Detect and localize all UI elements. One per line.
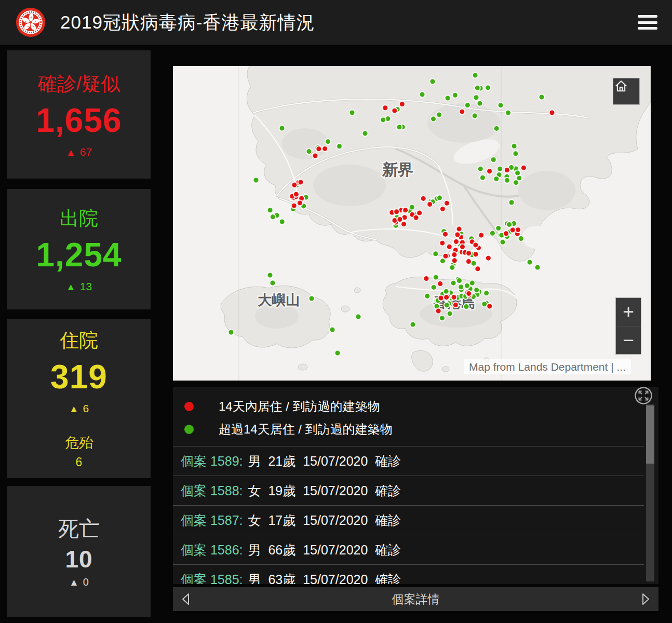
case-marker-recent[interactable] (473, 242, 478, 248)
case-marker-older[interactable] (356, 314, 361, 320)
home-icon[interactable] (613, 78, 640, 105)
case-marker-recent[interactable] (456, 226, 462, 232)
case-marker-recent[interactable] (447, 244, 452, 250)
case-marker-recent[interactable] (401, 221, 407, 227)
case-marker-older[interactable] (431, 285, 437, 290)
case-marker-older[interactable] (469, 280, 475, 286)
case-marker-recent[interactable] (504, 167, 510, 173)
case-marker-older[interactable] (474, 94, 479, 100)
case-marker-recent[interactable] (459, 109, 465, 115)
case-marker-older[interactable] (512, 143, 517, 149)
case-marker-recent[interactable] (427, 201, 433, 207)
case-marker-recent[interactable] (394, 209, 399, 214)
case-marker-older[interactable] (410, 322, 416, 328)
case-marker-older[interactable] (409, 204, 415, 210)
case-marker-older[interactable] (465, 102, 471, 108)
case-marker-recent[interactable] (503, 231, 509, 236)
case-marker-recent[interactable] (413, 215, 419, 221)
case-marker-recent[interactable] (297, 200, 303, 206)
hamburger-menu-icon[interactable] (638, 14, 658, 31)
case-marker-older[interactable] (330, 327, 335, 333)
case-marker-recent[interactable] (438, 295, 444, 301)
case-marker-older[interactable] (309, 296, 315, 302)
case-marker-older[interactable] (270, 214, 276, 220)
case-marker-recent[interactable] (440, 206, 446, 212)
case-marker-older[interactable] (335, 350, 341, 356)
case-marker-recent[interactable] (443, 253, 449, 259)
case-marker-older[interactable] (504, 178, 510, 183)
case-marker-older[interactable] (472, 113, 478, 119)
case-marker-older[interactable] (498, 102, 504, 108)
case-marker-older[interactable] (433, 251, 438, 256)
case-list-item[interactable]: 個案 1589:男 21歲 15/07/2020 確診 (173, 446, 644, 476)
case-marker-older[interactable] (477, 101, 482, 106)
case-marker-recent[interactable] (442, 232, 448, 237)
case-marker-older[interactable] (430, 79, 436, 85)
case-marker-older[interactable] (437, 195, 442, 201)
case-marker-older[interactable] (480, 175, 486, 181)
case-marker-recent[interactable] (402, 207, 408, 213)
case-marker-older[interactable] (431, 116, 436, 121)
case-marker-recent[interactable] (475, 266, 480, 272)
case-marker-recent[interactable] (392, 108, 397, 114)
case-marker-recent[interactable] (460, 244, 465, 250)
case-marker-older[interactable] (267, 273, 273, 278)
case-marker-older[interactable] (436, 112, 442, 118)
case-marker-recent[interactable] (549, 110, 555, 116)
case-marker-recent[interactable] (291, 203, 297, 209)
case-marker-older[interactable] (483, 290, 489, 296)
case-list-item[interactable]: 個案 1585:男 63歲 15/07/2020 確診 (173, 564, 644, 584)
case-marker-older[interactable] (493, 176, 499, 182)
case-marker-older[interactable] (424, 293, 430, 299)
case-marker-recent[interactable] (453, 239, 459, 245)
chevron-left-icon[interactable] (173, 592, 199, 606)
case-marker-older[interactable] (337, 143, 342, 149)
case-marker-older[interactable] (433, 275, 439, 280)
case-marker-older[interactable] (451, 280, 456, 286)
case-marker-older[interactable] (420, 92, 425, 98)
case-list-item[interactable]: 個案 1586:男 66歲 15/07/2020 確診 (173, 535, 644, 564)
case-marker-older[interactable] (539, 94, 545, 100)
case-marker-older[interactable] (500, 239, 505, 245)
case-marker-recent[interactable] (436, 308, 441, 314)
case-marker-recent[interactable] (439, 240, 445, 246)
case-marker-older[interactable] (452, 92, 458, 98)
chevron-right-icon[interactable] (633, 592, 658, 606)
case-marker-older[interactable] (267, 207, 273, 213)
case-marker-recent[interactable] (437, 281, 443, 287)
case-marker-older[interactable] (474, 287, 479, 293)
case-marker-recent[interactable] (298, 179, 304, 185)
case-marker-recent[interactable] (486, 255, 491, 261)
case-marker-older[interactable] (527, 260, 533, 265)
case-marker-recent[interactable] (452, 258, 458, 263)
scrollbar-thumb[interactable] (646, 405, 654, 464)
case-marker-older[interactable] (473, 73, 478, 78)
case-marker-recent[interactable] (466, 250, 472, 256)
case-marker-older[interactable] (350, 110, 355, 116)
case-marker-older[interactable] (306, 148, 312, 154)
case-marker-recent[interactable] (473, 251, 479, 257)
case-marker-recent[interactable] (521, 165, 527, 171)
expand-arrows-icon[interactable] (634, 387, 653, 405)
case-marker-older[interactable] (478, 166, 483, 172)
case-marker-recent[interactable] (382, 105, 388, 111)
case-marker-older[interactable] (494, 126, 500, 131)
case-marker-older[interactable] (464, 304, 469, 309)
case-marker-older[interactable] (456, 278, 462, 283)
case-marker-older[interactable] (491, 157, 496, 162)
case-marker-recent[interactable] (454, 232, 460, 237)
case-marker-older[interactable] (270, 280, 276, 286)
case-marker-older[interactable] (485, 85, 491, 90)
case-marker-recent[interactable] (444, 200, 450, 206)
case-marker-older[interactable] (279, 126, 285, 131)
case-marker-older[interactable] (439, 315, 445, 321)
case-marker-older[interactable] (497, 166, 503, 172)
plus-icon[interactable]: + (616, 298, 641, 327)
case-marker-recent[interactable] (316, 146, 321, 152)
case-marker-recent[interactable] (421, 196, 426, 201)
case-marker-older[interactable] (253, 178, 259, 183)
case-marker-recent[interactable] (397, 216, 402, 222)
case-marker-recent[interactable] (510, 227, 516, 233)
case-marker-older[interactable] (443, 289, 449, 294)
case-marker-recent[interactable] (466, 291, 472, 296)
